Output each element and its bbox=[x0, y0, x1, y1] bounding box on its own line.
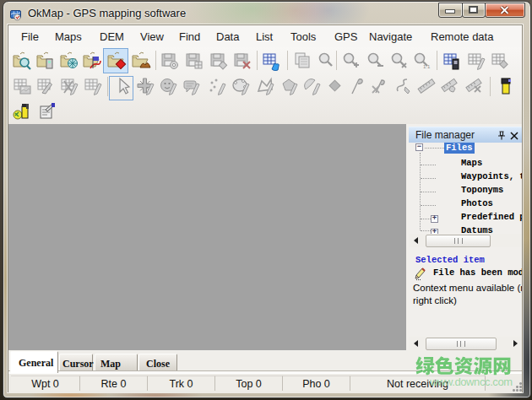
svg-text:1:1: 1:1 bbox=[423, 64, 431, 69]
